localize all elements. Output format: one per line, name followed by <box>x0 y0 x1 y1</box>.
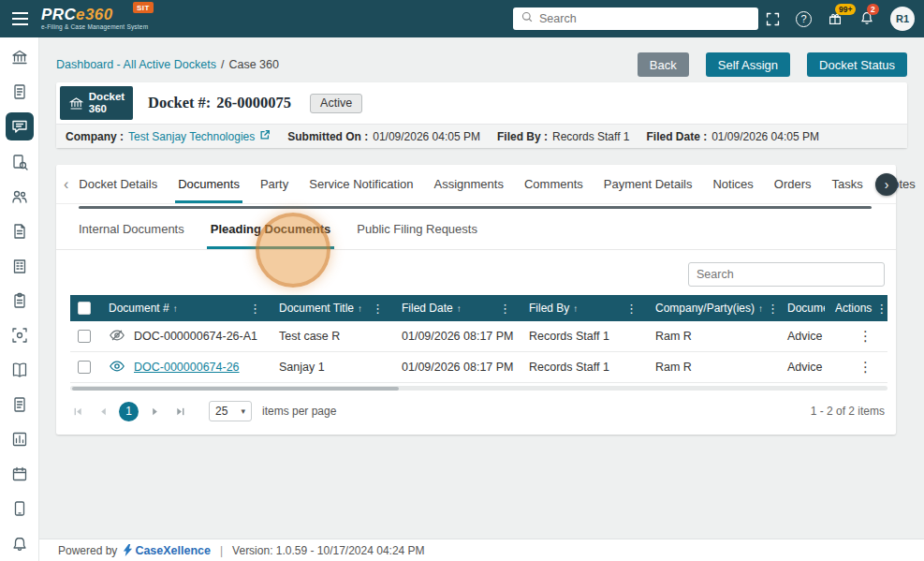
pagination-bar: 1 25 ▾ items per page 1 - 2 of 2 items <box>56 391 896 421</box>
items-per-page-label: items per page <box>262 405 336 418</box>
global-search-input[interactable] <box>539 12 751 25</box>
subtab-strip: Internal Documents Pleading Documents Pu… <box>56 209 896 250</box>
filed-by: Records Staff 1 <box>519 361 645 374</box>
column-document-title[interactable]: Document Title ↑ ⋮ <box>269 295 391 321</box>
filed-date: 01/09/2026 08:17 PM <box>391 361 519 374</box>
company-link[interactable]: Test Sanjay Technologies <box>128 130 255 143</box>
help-icon[interactable]: ? <box>796 11 812 27</box>
tab-orders[interactable]: Orders <box>764 166 822 202</box>
menu-icon[interactable] <box>0 12 39 25</box>
book-icon <box>10 361 29 379</box>
casexellence-logo[interactable]: CaseXellence <box>123 544 211 557</box>
tab-documents[interactable]: Documents <box>168 166 250 202</box>
back-button[interactable]: Back <box>638 52 689 77</box>
company-party: Ram R <box>645 361 777 374</box>
row-actions-icon[interactable]: ⋮ <box>858 328 873 345</box>
table-row: DOC-000000674-26 Sanjay 1 01/09/2026 08:… <box>70 352 887 383</box>
column-company-party[interactable]: Company/Party(ies) ↑ ⋮ <box>645 295 777 321</box>
subtab-pleading-documents[interactable]: Pleading Documents <box>198 210 345 249</box>
document-name: Advice N <box>777 361 825 374</box>
sidebar-item-dashboard[interactable] <box>9 47 30 66</box>
column-filed-date[interactable]: Filed Date ↑ ⋮ <box>391 295 519 321</box>
environment-badge: SIT <box>133 2 154 13</box>
row-checkbox[interactable] <box>78 361 91 374</box>
sort-icon[interactable]: ↑ <box>573 303 578 314</box>
column-filed-by[interactable]: Filed By ↑ ⋮ <box>519 295 645 321</box>
scrollbar-thumb[interactable] <box>72 387 399 391</box>
breadcrumb-separator: / <box>221 58 224 71</box>
sidebar-item-contacts[interactable] <box>9 498 30 518</box>
current-page-button[interactable]: 1 <box>119 402 139 421</box>
tab-party[interactable]: Party <box>250 166 299 202</box>
notifications-count-badge: 2 <box>867 4 879 15</box>
sidebar-item-parties[interactable] <box>9 186 30 206</box>
sort-icon[interactable]: ↑ <box>358 303 362 314</box>
filed-by-info: Filed By : Records Staff 1 <box>497 130 630 143</box>
visibility-on-icon[interactable] <box>109 358 125 377</box>
tab-comments[interactable]: Comments <box>514 166 594 202</box>
sidebar-item-organization[interactable] <box>9 256 30 275</box>
first-page-icon[interactable] <box>68 402 87 421</box>
previous-page-icon[interactable] <box>94 402 112 421</box>
column-menu-icon[interactable]: ⋮ <box>372 302 384 316</box>
visibility-off-icon[interactable] <box>109 327 125 347</box>
external-link-icon[interactable] <box>259 129 271 143</box>
filed-date-info: Filed Date : 01/09/2026 04:05 PM <box>647 130 819 143</box>
sidebar-item-library[interactable] <box>9 360 30 379</box>
tab-service-notification[interactable]: Service Notification <box>299 166 423 202</box>
sidebar-item-docket-search[interactable] <box>9 152 30 171</box>
sidebar-item-notifications[interactable] <box>9 534 30 554</box>
sidebar-item-filings[interactable] <box>9 221 30 241</box>
sidebar-item-tasks[interactable] <box>9 290 30 310</box>
select-all-checkbox[interactable] <box>78 302 91 315</box>
document-number-link[interactable]: DOC-000000674-26 <box>134 361 240 374</box>
tab-scroll-right-icon[interactable]: › <box>875 173 898 196</box>
column-menu-icon[interactable]: ⋮ <box>875 302 887 316</box>
sidebar-item-calendar[interactable] <box>9 464 30 483</box>
tab-notices[interactable]: Notices <box>702 166 763 202</box>
docket-360-badge: Docket360 <box>60 86 133 120</box>
column-menu-icon[interactable]: ⋮ <box>767 302 777 316</box>
breadcrumb-link[interactable]: Dashboard - All Active Dockets <box>56 58 216 71</box>
subtab-public-filing-requests[interactable]: Public Filing Requests <box>344 210 491 249</box>
phone-icon <box>10 499 29 518</box>
sidebar-item-analytics[interactable] <box>9 429 30 449</box>
row-actions-icon[interactable]: ⋮ <box>858 359 873 376</box>
notifications-bell-icon[interactable]: 2 <box>858 10 875 27</box>
column-document-name[interactable]: Docume <box>777 295 825 321</box>
submitted-info: Submitted On : 01/09/2026 04:05 PM <box>287 130 480 143</box>
horizontal-scrollbar[interactable] <box>70 386 887 391</box>
column-document-number[interactable]: Document # ↑ ⋮ <box>98 295 269 321</box>
column-menu-icon[interactable]: ⋮ <box>625 302 638 316</box>
sort-icon[interactable]: ↑ <box>457 303 462 314</box>
building-icon <box>10 257 29 275</box>
filed-date: 01/09/2026 08:17 PM <box>391 330 519 343</box>
sidebar-item-case-chat[interactable] <box>6 112 34 140</box>
tab-tasks[interactable]: Tasks <box>822 166 873 202</box>
subtab-internal-documents[interactable]: Internal Documents <box>66 210 198 249</box>
sidebar-item-reports[interactable] <box>9 394 30 414</box>
column-menu-icon[interactable]: ⋮ <box>249 302 261 316</box>
sidebar-item-scan[interactable] <box>9 325 30 345</box>
logo-tagline: e-Filing & Case Management System <box>41 24 148 31</box>
next-page-icon[interactable] <box>145 402 164 421</box>
tab-payment-details[interactable]: Payment Details <box>594 166 703 202</box>
page-size-select[interactable]: 25 ▾ <box>209 401 252 421</box>
tab-assignments[interactable]: Assignments <box>424 166 514 202</box>
user-avatar[interactable]: R1 <box>890 7 915 31</box>
tab-docket-details[interactable]: Docket Details <box>68 166 168 202</box>
column-menu-icon[interactable]: ⋮ <box>499 302 511 316</box>
last-page-icon[interactable] <box>170 402 189 421</box>
docket-info-bar: Company : Test Sanjay Technologies Submi… <box>56 124 907 148</box>
grid-search-input[interactable] <box>688 262 885 287</box>
sort-icon[interactable]: ↑ <box>173 303 178 314</box>
fullscreen-icon[interactable] <box>765 11 781 27</box>
left-sidebar <box>0 37 39 561</box>
docket-status-button[interactable]: Docket Status <box>807 52 907 77</box>
global-search[interactable] <box>513 7 758 30</box>
self-assign-button[interactable]: Self Assign <box>706 52 790 77</box>
announcements-icon[interactable]: 99+ <box>827 10 843 27</box>
row-checkbox[interactable] <box>78 330 91 343</box>
sidebar-item-documents[interactable] <box>9 81 30 101</box>
sort-icon[interactable]: ↑ <box>758 303 763 314</box>
